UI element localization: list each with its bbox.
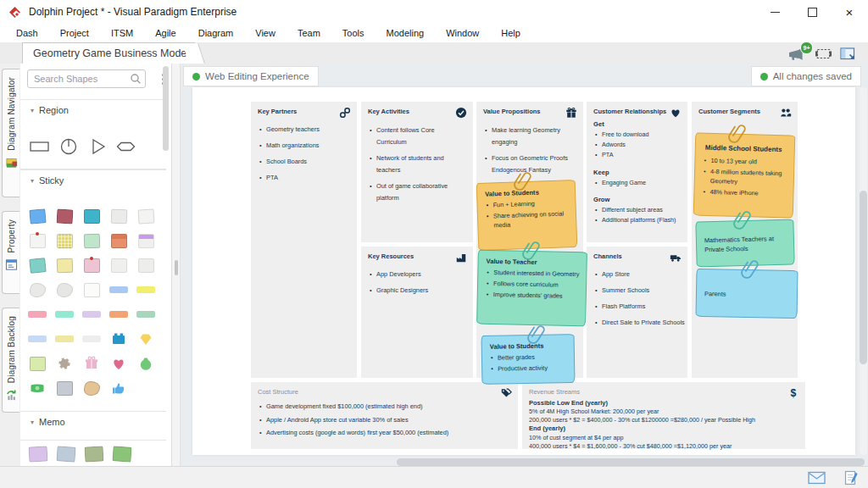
bmc-panel-key-resources[interactable]: Key ResourcesApp DevelopersGraphic Desig…: [361, 247, 473, 378]
bmc-panel-cost-structure[interactable]: Cost StructureGame development fixed $10…: [251, 382, 518, 449]
menu-tools[interactable]: Tools: [331, 28, 376, 38]
canvas-vscroll-thumb[interactable]: [860, 191, 867, 364]
menu-modeling[interactable]: Modeling: [376, 28, 436, 38]
shape-strip-sage[interactable]: [136, 304, 156, 324]
layout-panel-icon[interactable]: [840, 47, 856, 61]
shape-strip-lined-blue[interactable]: [27, 329, 47, 349]
menu-team[interactable]: Team: [287, 28, 331, 38]
paper-clip-icon: [529, 322, 546, 351]
panel-bullet: Summer Schools: [593, 286, 681, 296]
shape-strip-pink[interactable]: [27, 304, 47, 324]
shape-strip-dotted-yellow[interactable]: [54, 329, 75, 349]
maximize-button[interactable]: [793, 0, 831, 24]
panel-bullet: Direct Sale to Private Schools: [593, 318, 681, 328]
menu-agile[interactable]: Agile: [144, 28, 186, 38]
revenue-line: 10% of cust segment at $4 per app: [529, 434, 798, 442]
shape-curl-gray[interactable]: [54, 280, 75, 300]
menu-diagram[interactable]: Diagram: [187, 28, 245, 38]
rectangle-region[interactable]: [29, 136, 51, 158]
breadcrumb-tab[interactable]: Geometry Game Business Model: [22, 42, 195, 64]
mail-icon[interactable]: [808, 471, 826, 488]
shape-sticky-blue[interactable]: [27, 206, 47, 226]
shape-sticky-plaid-yellow[interactable]: [54, 230, 75, 251]
shape-strip-lavender[interactable]: [81, 304, 102, 324]
shape-strip-yellow[interactable]: [136, 280, 156, 300]
panel-bullet: App Store: [593, 269, 681, 280]
shape-sticky-purple-band[interactable]: [136, 230, 156, 251]
close-button[interactable]: ×: [831, 0, 868, 24]
triangle-region[interactable]: [86, 136, 108, 158]
section-header-memo[interactable]: ▾ Memo: [20, 411, 166, 432]
bmc-panel-key-partners[interactable]: Key PartnersGeometry teachersMath organi…: [251, 102, 357, 378]
shape-note-folded-corner[interactable]: [136, 206, 156, 226]
shape-blob-tan[interactable]: [81, 378, 102, 398]
section-header-sticky[interactable]: ▾ Sticky: [20, 169, 166, 191]
shape-strip-mint[interactable]: [54, 304, 75, 324]
menu-view[interactable]: View: [244, 28, 287, 38]
gift-icon: [565, 107, 577, 119]
shape-sticky-teal[interactable]: [81, 206, 102, 226]
bmc-panel-revenue-streams[interactable]: Revenue Streams$Possible Low End (yearly…: [522, 382, 805, 449]
splitter-grip[interactable]: [175, 260, 178, 275]
hexagon-region[interactable]: [115, 136, 137, 158]
shape-thumb-blue[interactable]: [108, 378, 129, 398]
shape-sticky-gray[interactable]: [108, 206, 129, 226]
shape-sticky-mint[interactable]: [81, 230, 102, 251]
shape-note-pinned-pink[interactable]: [81, 255, 102, 275]
shape-card-white[interactable]: [81, 280, 102, 300]
menu-itsm[interactable]: ITSM: [100, 28, 144, 38]
panel-splitter[interactable]: [172, 64, 181, 466]
panel-bullet: Engaging Game: [593, 178, 681, 188]
section-header-region[interactable]: ▾ Region: [20, 99, 166, 120]
shape-flag-gray[interactable]: [27, 280, 47, 300]
shape-memo-bluegray[interactable]: [56, 446, 75, 462]
shape-gear-taupe[interactable]: [54, 353, 75, 374]
shape-pouch-green[interactable]: [136, 353, 156, 374]
shape-memo-olive[interactable]: [85, 446, 104, 462]
group-label: Grow: [593, 196, 681, 203]
sidebar-tab-diagram-backlog[interactable]: Diagram Backlog: [2, 308, 19, 413]
shape-gem-yellow[interactable]: [136, 329, 156, 349]
shape-money-green[interactable]: [27, 378, 47, 398]
heart-icon: [670, 107, 682, 119]
panel-bullet-list: App StoreSummer SchoolsFlash PlatformsDi…: [593, 269, 681, 327]
minimize-button[interactable]: [756, 0, 793, 24]
fit-selection-icon[interactable]: [815, 47, 832, 61]
shape-gift-pink[interactable]: [81, 353, 102, 374]
menu-window[interactable]: Window: [435, 28, 490, 38]
bmc-panel-key-activities[interactable]: Key ActivitiesContent follows Core Curri…: [361, 102, 473, 242]
shape-memo-green[interactable]: [112, 446, 131, 462]
shape-brick-blue[interactable]: [108, 329, 129, 349]
clock-region[interactable]: [58, 136, 80, 158]
shape-ribbon-orange[interactable]: [108, 304, 129, 324]
group-grow: GrowDifferent subject areasAdditional pl…: [593, 196, 681, 225]
shape-strip-white[interactable]: [81, 329, 102, 349]
shape-notepad-teal[interactable]: [27, 255, 47, 275]
shape-note-tab-gray[interactable]: [108, 255, 129, 275]
revenue-line: 200,000 users * $2 = $400,000 - 30% cut …: [529, 416, 798, 424]
panel-groups: GetFree to downloadAdwordsPTAKeepEngagin…: [593, 120, 681, 225]
shape-strip-blue[interactable]: [108, 280, 129, 300]
shape-note-plain-gray[interactable]: [136, 255, 156, 275]
shape-heart-rose[interactable]: [108, 353, 129, 374]
search-shapes-input[interactable]: [27, 69, 146, 88]
shape-sticky-pale-yellow[interactable]: [54, 255, 75, 275]
sidebar-tab-diagram-navigator[interactable]: Diagram Navigator: [2, 69, 19, 197]
shape-note-pale-green[interactable]: [27, 353, 47, 374]
sidebar-tab-property[interactable]: Property: [2, 211, 19, 294]
shape-note-silver[interactable]: [54, 378, 75, 398]
canvas-hscroll-thumb[interactable]: [397, 458, 865, 466]
shape-sticky-salmon[interactable]: [108, 230, 129, 251]
megaphone-icon[interactable]: 9+: [787, 46, 807, 62]
menu-dash[interactable]: Dash: [5, 28, 49, 38]
shape-memo-lavender[interactable]: [29, 446, 48, 462]
bmc-panel-channels[interactable]: ChannelsApp StoreSummer SchoolsFlash Pla…: [587, 247, 687, 378]
bmc-panel-customer-relationships[interactable]: Customer RelationshipsGetFree to downloa…: [587, 102, 687, 242]
edit-note-icon[interactable]: [844, 470, 858, 488]
shapes-panel-scrollbar[interactable]: [163, 66, 169, 151]
diagram-canvas[interactable]: Web Editing Experience All changes saved…: [181, 64, 868, 466]
menu-help[interactable]: Help: [490, 28, 531, 38]
menu-project[interactable]: Project: [49, 28, 100, 38]
shape-note-pinned-white[interactable]: [27, 230, 47, 251]
shape-sticky-maroon[interactable]: [54, 206, 75, 226]
